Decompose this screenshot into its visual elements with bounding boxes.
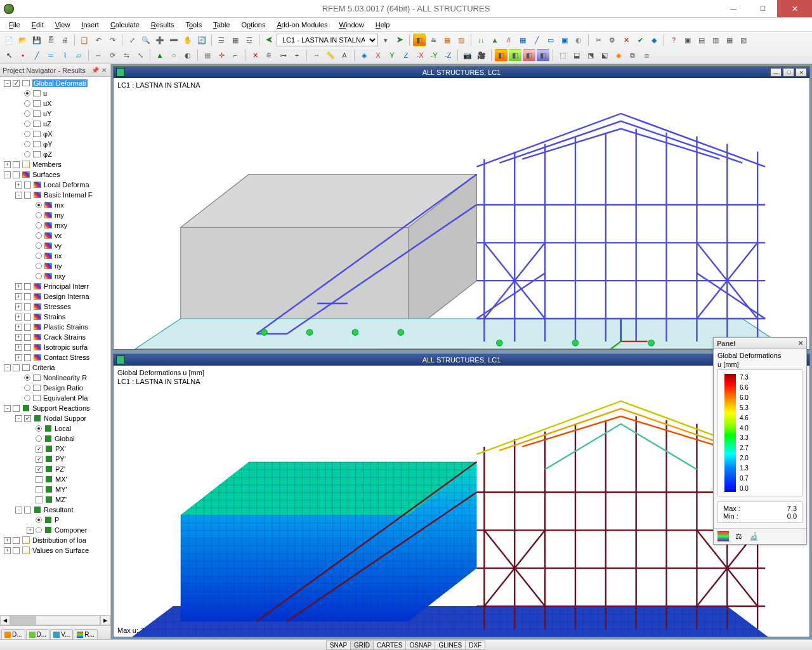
radio[interactable] [36, 212, 42, 218]
extra3-icon[interactable]: ⬔ [584, 49, 597, 62]
view-neg-x-icon[interactable]: -X [414, 49, 426, 62]
tree-item[interactable]: +Principal Interr [0, 281, 110, 291]
radio[interactable] [36, 202, 42, 208]
menu-help[interactable]: Help [370, 20, 395, 30]
tree-item[interactable]: φY [0, 139, 110, 149]
nav-tab-data[interactable]: D... [1, 629, 25, 639]
checkbox[interactable] [24, 354, 31, 361]
checkbox[interactable] [36, 496, 43, 503]
panel-balance-icon[interactable]: ⚖ [733, 531, 744, 541]
checkbox[interactable] [24, 192, 31, 199]
radio[interactable] [36, 527, 42, 533]
radio[interactable] [36, 435, 42, 442]
tree-item[interactable]: MZ' [0, 494, 110, 505]
checkbox[interactable]: ✓ [24, 415, 31, 422]
menu-insert[interactable]: Insert [76, 20, 104, 30]
tree-item[interactable]: -Surfaces [0, 169, 110, 180]
expand-icon[interactable]: - [4, 405, 11, 412]
module-d-icon[interactable]: ▦ [723, 34, 736, 46]
show-render-icon[interactable]: ◐ [572, 34, 585, 46]
redo-icon[interactable]: ↷ [106, 34, 119, 46]
nav-tab-display[interactable]: D... [26, 629, 50, 639]
zoom-window-icon[interactable]: 🔍 [140, 34, 152, 46]
show-solids-icon[interactable]: ▣ [558, 34, 571, 46]
tree-item[interactable]: +Distribution of loa [0, 535, 110, 545]
status-osnap[interactable]: OSNAP [405, 640, 435, 650]
tree-item[interactable]: -✓Nodal Suppor [0, 413, 110, 423]
view-table-icon[interactable]: ▦ [229, 34, 242, 46]
extra1-icon[interactable]: ⬚ [556, 49, 569, 62]
tree-item[interactable]: MX' [0, 474, 110, 484]
expand-icon[interactable]: + [15, 182, 22, 189]
maximize-button[interactable]: ☐ [748, 0, 777, 17]
radio[interactable] [24, 141, 30, 147]
expand-icon[interactable]: - [4, 80, 11, 87]
dim-icon[interactable]: ↔ [310, 49, 323, 62]
tool-c-icon[interactable]: ✕ [620, 34, 632, 46]
checkbox[interactable]: ✓ [36, 456, 43, 463]
checkbox[interactable]: ✓ [13, 80, 20, 87]
tool-a-icon[interactable]: ✂ [592, 34, 605, 46]
release-tool-icon[interactable]: ◐ [181, 49, 194, 62]
tool-b-icon[interactable]: ⚙ [606, 34, 619, 46]
pan-icon[interactable]: ✋ [181, 34, 194, 46]
view1-close-button[interactable]: ✕ [796, 68, 807, 77]
navigator-close-icon[interactable]: ✕ [100, 67, 108, 74]
expand-icon[interactable]: - [15, 192, 22, 199]
tree-item[interactable]: uX [0, 98, 110, 109]
loadcase-combo[interactable]: LC1 - LASTNA IN STALNA [277, 34, 378, 46]
navigator-hscroll[interactable]: ◀ ▶ [0, 615, 110, 625]
module-e-icon[interactable]: ▧ [737, 34, 750, 46]
tree-item[interactable]: +Crack Strains [0, 332, 110, 342]
tree-item[interactable]: +Isotropic surfa [0, 342, 110, 352]
tree-item[interactable]: +Contact Stress [0, 352, 110, 362]
checkbox[interactable] [24, 334, 31, 341]
zoom-in-icon[interactable]: ➕ [154, 34, 166, 46]
checkbox[interactable] [13, 405, 20, 412]
results-iso-icon[interactable]: ≋ [427, 34, 440, 46]
menu-calculate[interactable]: Calculate [105, 20, 145, 30]
tree-item[interactable]: +Values on Surface [0, 545, 110, 555]
status-grid[interactable]: GRID [350, 640, 374, 650]
undo-icon[interactable]: ↶ [92, 34, 105, 46]
checkbox[interactable] [13, 161, 20, 168]
checkbox[interactable]: ✓ [36, 466, 43, 473]
status-dxf[interactable]: DXF [465, 640, 485, 650]
view-neg-y-icon[interactable]: -Y [428, 49, 440, 62]
save-all-icon[interactable]: 🗄 [44, 34, 57, 46]
loadcase-next-icon[interactable]: ⮞ [393, 34, 406, 46]
color4-icon[interactable]: ◧ [537, 49, 549, 62]
delete-icon[interactable]: ✕ [249, 49, 261, 62]
expand-icon[interactable]: + [15, 314, 22, 321]
tree-item[interactable]: my [0, 210, 110, 220]
radio[interactable] [36, 263, 42, 269]
nav-tab-views[interactable]: V... [50, 629, 73, 639]
module-c-icon[interactable]: ▥ [709, 34, 722, 46]
checkbox[interactable] [36, 476, 43, 483]
help-icon[interactable]: ? [667, 34, 680, 46]
checkbox[interactable] [36, 486, 43, 493]
radio[interactable] [36, 253, 42, 259]
menu-edit[interactable]: Edit [27, 20, 49, 30]
tree-item[interactable]: φX [0, 129, 110, 139]
expand-icon[interactable]: + [15, 293, 22, 300]
panel-close-icon[interactable]: ✕ [798, 340, 803, 347]
move-tool-icon[interactable]: ↔ [92, 49, 105, 62]
tree-item[interactable]: u [0, 88, 110, 98]
radio[interactable] [36, 425, 42, 432]
open-icon[interactable]: 📂 [16, 34, 29, 46]
tree-item[interactable]: -Resultant [0, 505, 110, 515]
radio[interactable] [36, 232, 42, 239]
menu-table[interactable]: Table [208, 20, 235, 30]
pin-icon[interactable]: 📌 [91, 67, 99, 74]
show-fe-icon[interactable]: ▦ [516, 34, 529, 46]
view-neg-z-icon[interactable]: -Z [442, 49, 454, 62]
status-snap[interactable]: SNAP [326, 640, 351, 650]
extra5-icon[interactable]: ◆ [612, 49, 625, 62]
member-icon[interactable]: ═ [44, 49, 57, 62]
radio[interactable] [36, 273, 42, 279]
extra4-icon[interactable]: ⬕ [598, 49, 611, 62]
tree-item[interactable]: Equivalent Pla [0, 393, 110, 403]
tree-item[interactable]: ✓PZ' [0, 464, 110, 474]
checkbox[interactable] [24, 344, 31, 351]
